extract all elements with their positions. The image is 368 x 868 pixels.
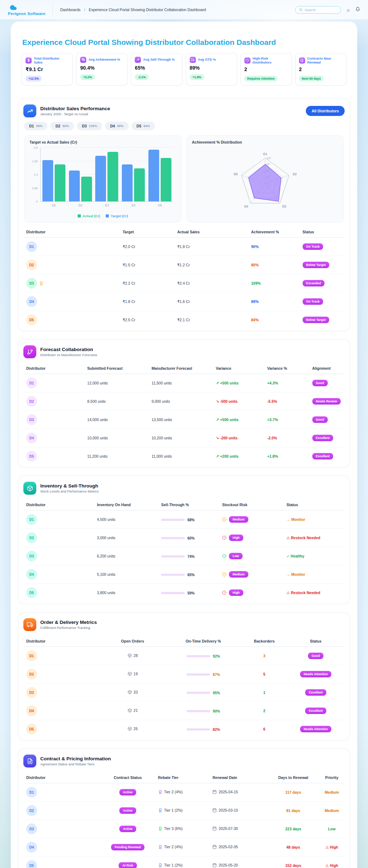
- kpi-label: Total Distributor Sales: [34, 57, 69, 64]
- svg-text:D2: D2: [293, 172, 297, 176]
- bar-target-cr-: [122, 164, 133, 202]
- cell-value: Tier 2 (4%): [164, 845, 183, 849]
- brand-logo[interactable]: Perigeon Software: [8, 4, 52, 16]
- status-badge: Excellent: [312, 435, 334, 441]
- distributor-chip-d5[interactable]: D584%: [132, 122, 155, 130]
- status-badge: Needs Attention: [300, 671, 331, 677]
- table-cell: Pending Renewal: [101, 838, 155, 857]
- table-row: D1ActiveTier 2 (4%)2025-04-15117 daysMed…: [23, 783, 345, 802]
- icon-value: 2025-05-20: [212, 863, 238, 867]
- column-header: Variance %: [264, 363, 309, 374]
- distributor-chip-d3[interactable]: D3109%: [77, 122, 102, 130]
- table-cell: 3,000 units: [94, 529, 158, 547]
- bar-actual-cr-: [161, 158, 171, 201]
- bar-target-cr-: [42, 160, 53, 201]
- bar-actual-cr-: [134, 168, 145, 201]
- search-input[interactable]: [305, 8, 337, 12]
- risk-badge: High: [229, 589, 243, 596]
- alert-circle-icon: [222, 591, 226, 595]
- percent-icon: %: [80, 57, 86, 63]
- status-badge: Needs Review: [312, 398, 341, 405]
- progress-track: [187, 710, 210, 712]
- cell-value: 90%: [251, 244, 259, 249]
- table-cell: 2025-03-10: [210, 802, 267, 820]
- table-cell: -5.5%: [264, 392, 309, 411]
- cell-value: 223 days: [285, 827, 301, 831]
- table-cell: ₹2.0 Cr: [120, 238, 174, 256]
- section-title: Order & Delivery Metrics: [40, 620, 97, 625]
- status-badge: At Risk: [119, 862, 137, 868]
- table-row: D12892%3Good: [23, 647, 345, 665]
- status-badge: Excellent: [312, 453, 334, 459]
- cell-value: 3: [263, 654, 266, 658]
- svg-text:60: 60: [267, 169, 270, 172]
- cell-value: 5,100 units: [97, 572, 115, 577]
- distributor-avatar: D4: [26, 705, 37, 716]
- all-distributors-button[interactable]: All Distributors: [306, 106, 345, 116]
- table-cell: D1: [23, 238, 120, 256]
- table-cell: D2: [23, 256, 120, 274]
- chip-pct: 90%: [36, 124, 42, 128]
- notifications-bell-icon[interactable]: [355, 6, 360, 13]
- distributor-chips: D190%D280%D3109%D489%D584%: [24, 122, 344, 130]
- breadcrumb-root[interactable]: Dashboards: [60, 8, 80, 12]
- section-subtitle: January 2025 - Target vs Actual: [40, 112, 110, 116]
- git-branch-icon: [23, 345, 36, 358]
- table-cell: 21: [101, 702, 165, 720]
- kpi-label: Avg Sell-Through %: [143, 58, 175, 62]
- cell-value: 11,000 units: [152, 454, 172, 458]
- x-axis-label: D4: [132, 204, 135, 207]
- table-cell: ₹1.6 Cr: [174, 293, 248, 311]
- svg-text:D4: D4: [244, 205, 248, 208]
- package-icon: [128, 672, 132, 676]
- table-cell: 90%: [165, 702, 242, 720]
- alert-circle-icon: [222, 536, 226, 540]
- distributor-chip-d4[interactable]: D489%: [105, 122, 128, 130]
- distributor-chip-d1[interactable]: D190%: [24, 122, 47, 130]
- table-cell: D4: [23, 702, 101, 720]
- table-row: D33395%1Excellent: [23, 683, 345, 702]
- kpi-value: 90.4%: [80, 65, 124, 71]
- table-cell: ⚠ High: [319, 838, 345, 857]
- cell-value: 2025-03-10: [218, 808, 238, 812]
- kpi-value: 2: [244, 66, 288, 72]
- distributor-avatar: D1: [26, 514, 37, 525]
- x-axis-label: D5: [158, 204, 162, 207]
- icon-value: 2025-03-10: [212, 808, 238, 812]
- table-cell: D3: [23, 411, 84, 429]
- theme-toggle-icon[interactable]: ☼: [346, 7, 350, 13]
- column-header: Status: [287, 635, 345, 647]
- bar-actual-cr-: [107, 152, 118, 201]
- table-cell: ⚠ Restock Needed: [284, 529, 345, 547]
- cell-value: ✓ Healthy: [286, 554, 304, 558]
- status-badge: Exceeded: [303, 280, 325, 286]
- risk-indicator: Low: [222, 553, 243, 559]
- kpi-badge: +3.2%: [80, 74, 95, 80]
- distributor-chip-d2[interactable]: D280%: [50, 122, 74, 130]
- kpi-label: Avg OTD %: [198, 58, 216, 62]
- kpi-card: $Total Distributor Sales₹9.1 Cr+12.5%: [22, 53, 73, 85]
- award-icon: [158, 863, 162, 867]
- cell-value: +4.3%: [267, 381, 278, 385]
- legend-label: Actual (Cr): [83, 214, 100, 218]
- section-subtitle: Fulfillment Performance Tracking: [40, 626, 97, 630]
- top-header: Perigeon Software Dashboards / Experienc…: [0, 0, 368, 19]
- table-cell: 3,800 units: [94, 584, 158, 602]
- table-cell: -2.0%: [264, 429, 309, 447]
- section-forecast-collaboration: Forecast Collaboration Distributor vs Ma…: [18, 339, 350, 468]
- table-row: D21987%5Needs Attention: [23, 665, 345, 683]
- cell-value: Medium: [325, 808, 339, 813]
- distributor-avatar: D2: [26, 805, 37, 816]
- status-badge: Excellent: [305, 708, 326, 714]
- table-cell: 92%: [165, 647, 242, 665]
- column-header: Manufacturer Forecast: [149, 363, 213, 374]
- status-badge: Below Target: [303, 262, 330, 268]
- search-box[interactable]: [295, 6, 341, 14]
- search-icon: [299, 8, 303, 11]
- cell-value: ₹1.8 Cr: [123, 299, 135, 304]
- status-badge: Needs Attention: [300, 726, 331, 732]
- cloud-logo-icon: [8, 4, 19, 11]
- table-cell: → Monitor: [284, 565, 345, 584]
- cell-value: -2.0%: [267, 436, 277, 440]
- cell-value: +3.7%: [267, 417, 278, 422]
